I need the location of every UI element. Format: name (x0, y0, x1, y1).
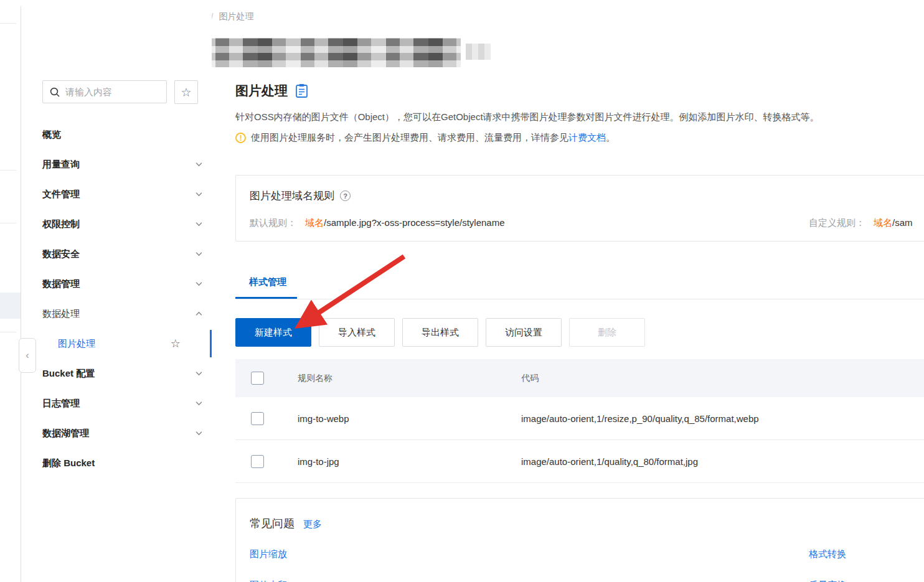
rule-name-cell: img-to-webp (298, 413, 521, 424)
favorites-button[interactable]: ☆ (174, 80, 198, 104)
rule-code-cell: image/auto-orient,1/resize,p_90/quality,… (521, 413, 924, 424)
warning-icon: ! (235, 133, 246, 143)
default-rule-host: 域名 (305, 217, 324, 228)
row-checkbox[interactable] (251, 455, 264, 468)
sidebar-item-label: 文件管理 (42, 189, 80, 200)
sidebar-item-概览[interactable]: 概览 (21, 120, 212, 149)
sidebar-item-删除-bucket[interactable]: 删除 Bucket (21, 448, 212, 478)
toolbar-button-访问设置[interactable]: 访问设置 (486, 318, 562, 347)
custom-rule-label: 自定义规则： (809, 217, 865, 228)
sidebar-item-权限控制[interactable]: 权限控制 (21, 209, 212, 239)
default-rule-label: 默认规则： (250, 217, 296, 228)
toolbar-button-导出样式[interactable]: 导出样式 (402, 318, 478, 347)
faq-link-格式转换[interactable]: 格式转换 (809, 548, 846, 560)
rule-code-cell: image/auto-orient,1/quality,q_80/format,… (521, 456, 924, 467)
chevron-down-icon (195, 161, 203, 169)
faq-more-link[interactable]: 更多 (303, 519, 322, 530)
collapsed-rail (0, 0, 21, 582)
sidebar: ☆ 概览用量查询文件管理权限控制数据安全数据管理数据处理图片处理☆Bucket … (21, 0, 212, 582)
faq-link-图片缩放[interactable]: 图片缩放 (250, 548, 287, 560)
sidebar-item-数据湖管理[interactable]: 数据湖管理 (21, 418, 212, 448)
default-rule: 默认规则：域名/sample.jpg?x-oss-process=style/s… (250, 217, 505, 229)
sidebar-search-input[interactable] (65, 87, 159, 97)
chevron-down-icon (195, 400, 203, 408)
document-icon[interactable] (295, 83, 308, 101)
sidebar-item-文件管理[interactable]: 文件管理 (21, 179, 212, 209)
rail-separator (0, 223, 16, 223)
rule-name-cell: img-to-jpg (298, 456, 521, 467)
faq-link-图片水印[interactable]: 图片水印 (250, 580, 287, 582)
tab-divider (235, 299, 924, 299)
custom-rule-pattern: /sam (892, 217, 913, 228)
redacted-bucket-title-tail (466, 44, 491, 60)
chevron-down-icon (195, 190, 203, 199)
active-indicator-bar (210, 330, 212, 357)
page-description: 针对OSS内存储的图片文件（Object），您可以在GetObject请求中携带… (235, 111, 924, 123)
rail-separator (0, 170, 16, 171)
sidebar-item-label: 图片处理 (58, 338, 95, 350)
chevron-up-icon (195, 310, 203, 318)
sidebar-item-bucket-配置[interactable]: Bucket 配置 (21, 359, 212, 388)
sidebar-item-数据安全[interactable]: 数据安全 (21, 239, 212, 269)
sidebar-item-label: 删除 Bucket (42, 458, 95, 469)
styles-table: 规则名称 代码 img-to-webpimage/auto-orient,1/r… (235, 359, 924, 483)
chevron-down-icon (195, 250, 203, 258)
star-icon: ☆ (181, 85, 191, 100)
chevron-down-icon (195, 429, 203, 438)
billing-notice: ! 使用图片处理服务时，会产生图片处理费用、请求费用、流量费用，详情参见计费文档… (235, 132, 615, 144)
faq-links-right: 格式转换质量变换 (809, 548, 846, 582)
sidebar-menu: 概览用量查询文件管理权限控制数据安全数据管理数据处理图片处理☆Bucket 配置… (21, 120, 212, 478)
breadcrumb-item: 图片处理 (219, 11, 253, 22)
custom-rule-host: 域名 (874, 217, 892, 228)
toolbar: 新建样式导入样式导出样式访问设置删除 (235, 318, 645, 347)
faq-card: 常见问题 更多 图片缩放图片水印 格式转换质量变换 (235, 498, 924, 582)
sidebar-item-label: 日志管理 (42, 398, 80, 410)
sidebar-item-图片处理[interactable]: 图片处理☆ (21, 329, 212, 359)
notice-suffix: 。 (606, 132, 615, 144)
tab-style-management[interactable]: 样式管理 (235, 276, 297, 299)
chevron-left-icon: ‹ (26, 350, 29, 361)
sidebar-item-label: 数据安全 (42, 248, 80, 260)
create-style-button[interactable]: 新建样式 (235, 318, 311, 347)
sidebar-item-label: Bucket 配置 (42, 368, 95, 380)
faq-title-row: 常见问题 更多 (250, 516, 322, 531)
sidebar-search-box[interactable] (42, 80, 167, 103)
sidebar-item-label: 概览 (42, 129, 61, 141)
custom-rule: 自定义规则：域名/sam (809, 217, 913, 229)
sidebar-item-数据管理[interactable]: 数据管理 (21, 269, 212, 299)
help-icon[interactable]: ? (340, 190, 351, 201)
sidebar-item-用量查询[interactable]: 用量查询 (21, 149, 212, 179)
row-checkbox[interactable] (251, 412, 264, 425)
toolbar-button-导入样式[interactable]: 导入样式 (319, 318, 395, 347)
chevron-down-icon (195, 370, 203, 378)
table-row: img-to-webpimage/auto-orient,1/resize,p_… (235, 397, 924, 440)
domain-rule-card-title: 图片处理域名规则 ? (250, 189, 351, 203)
faq-link-质量变换[interactable]: 质量变换 (809, 580, 846, 582)
sidebar-item-label: 数据处理 (42, 308, 80, 320)
notice-text: 使用图片处理服务时，会产生图片处理费用、请求费用、流量费用，详情参见 (251, 132, 568, 144)
sidebar-item-日志管理[interactable]: 日志管理 (21, 388, 212, 418)
search-icon (49, 87, 60, 98)
rail-separator (0, 23, 16, 24)
table-header-row: 规则名称 代码 (235, 359, 924, 397)
sidebar-item-label: 用量查询 (42, 159, 80, 171)
rail-separator (0, 332, 16, 332)
rail-highlight (0, 293, 21, 319)
faq-title: 常见问题 (250, 516, 295, 531)
star-icon[interactable]: ☆ (171, 337, 181, 350)
table-row: img-to-jpgimage/auto-orient,1/quality,q_… (235, 440, 924, 483)
select-all-checkbox[interactable] (251, 372, 264, 385)
sidebar-item-label: 数据湖管理 (42, 428, 89, 439)
toolbar-button-删除: 删除 (569, 318, 645, 347)
default-rule-pattern: /sample.jpg?x-oss-process=style/stylenam… (324, 217, 505, 228)
domain-rule-card: 图片处理域名规则 ? 默认规则：域名/sample.jpg?x-oss-proc… (235, 175, 924, 242)
sidebar-item-数据处理[interactable]: 数据处理 (21, 299, 212, 329)
column-header-code: 代码 (521, 373, 924, 384)
sidebar-item-label: 数据管理 (42, 278, 80, 290)
chevron-down-icon (195, 280, 203, 288)
faq-links-left: 图片缩放图片水印 (250, 548, 287, 582)
sidebar-collapse-button[interactable]: ‹ (19, 338, 36, 373)
billing-doc-link[interactable]: 计费文档 (568, 132, 606, 144)
oss-image-processing-page: ‹ 对象存储/Bucket 列表//图片处理 ← ☆ 概览用量查询文件管理权限控… (0, 0, 924, 582)
chevron-down-icon (195, 220, 203, 228)
